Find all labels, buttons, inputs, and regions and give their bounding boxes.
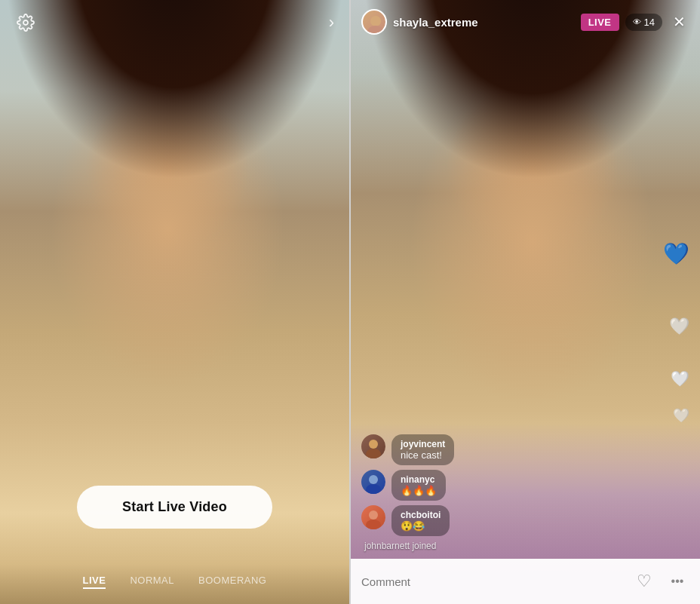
chevron-right-icon[interactable]: › (329, 13, 334, 32)
comment-avatar-1 (361, 434, 385, 458)
floating-reaction-3: 🤍 (671, 369, 689, 388)
comment-text-1: nice cast! (401, 449, 445, 461)
joined-notice: johnbarnett joined (361, 541, 644, 551)
comment-item-3: chcboitoi 😲😂 (361, 505, 644, 536)
live-badge: LIVE (581, 14, 619, 31)
comment-username-2: ninanyc (401, 474, 437, 485)
user-avatar[interactable] (361, 9, 387, 35)
right-panel: shayla_extreme LIVE 👁 14 ✕ 💙 🤍 🤍 🤍 joyvi… (351, 0, 700, 604)
floating-reaction-4: 🤍 (673, 407, 689, 424)
heart-button[interactable]: ♡ (632, 569, 656, 593)
comment-avatar-3 (361, 505, 385, 529)
start-live-button[interactable]: Start Live Video (77, 486, 272, 529)
comment-item-2: ninanyc 🔥🔥🔥 (361, 470, 644, 501)
viewer-count: 👁 14 (625, 14, 662, 31)
right-bottom-bar: ♡ ••• (351, 559, 700, 604)
comment-item: joyvincent nice cast! (361, 434, 644, 465)
start-live-button-container: Start Live Video (0, 486, 349, 529)
svg-point-4 (366, 449, 381, 458)
svg-point-8 (366, 520, 381, 529)
comment-text-3: 😲😂 (401, 520, 441, 532)
eye-icon: 👁 (633, 17, 641, 26)
close-button[interactable]: ✕ (668, 11, 689, 32)
comment-bubble-3: chcboitoi 😲😂 (391, 505, 450, 536)
comment-username-1: joyvincent (401, 439, 445, 449)
comment-username-3: chcboitoi (401, 510, 441, 520)
svg-point-5 (369, 475, 378, 484)
username-label: shayla_extreme (393, 16, 575, 29)
tab-live[interactable]: LIVE (83, 575, 106, 589)
comment-bubble-1: joyvincent nice cast! (391, 434, 454, 465)
comment-bubble-2: ninanyc 🔥🔥🔥 (391, 470, 446, 501)
comment-avatar-2 (361, 470, 385, 494)
right-top-bar: shayla_extreme LIVE 👁 14 ✕ (351, 0, 700, 44)
more-button[interactable]: ••• (665, 569, 689, 593)
svg-point-3 (369, 440, 378, 449)
left-top-bar: › (0, 0, 349, 45)
comments-section: joyvincent nice cast! ninanyc 🔥🔥🔥 chcboi… (351, 434, 655, 551)
svg-point-0 (23, 20, 28, 25)
tab-boomerang[interactable]: BOOMERANG (198, 575, 266, 589)
svg-point-6 (366, 484, 381, 494)
floating-reaction-1: 💙 (663, 241, 689, 266)
left-panel: › Start Live Video LIVE NORMAL BOOMERANG (0, 0, 349, 604)
svg-point-1 (370, 16, 381, 26)
hair-overlay-right (351, 0, 700, 333)
hair-overlay-left (0, 0, 349, 333)
viewer-number: 14 (644, 17, 655, 28)
settings-icon[interactable] (15, 12, 36, 33)
svg-point-7 (369, 510, 378, 520)
svg-point-2 (367, 26, 384, 35)
comment-input[interactable] (361, 575, 623, 588)
bottom-tabs: LIVE NORMAL BOOMERANG (0, 564, 349, 604)
comment-text-2: 🔥🔥🔥 (401, 485, 437, 496)
tab-normal[interactable]: NORMAL (130, 575, 174, 589)
floating-reaction-2: 🤍 (669, 317, 689, 336)
